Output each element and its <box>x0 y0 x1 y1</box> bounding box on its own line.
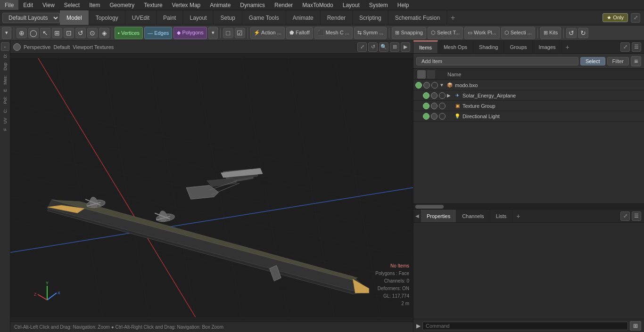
layout-dropdown[interactable]: Default Layouts <box>2 13 60 23</box>
tree-eye2-root[interactable] <box>423 82 430 89</box>
tab-items[interactable]: Items <box>413 40 438 53</box>
vp-reset-btn[interactable]: ↺ <box>368 42 378 52</box>
tab-uvedit[interactable]: UVEdit <box>125 10 157 25</box>
tree-eye-light[interactable] <box>423 113 429 120</box>
tree-row-airplane[interactable]: ▶ ✈ Solar_Energy_Airplane <box>413 90 644 101</box>
tree-eye2-airplane[interactable] <box>431 92 438 99</box>
tab-model[interactable]: Model <box>60 10 89 25</box>
command-run-btn[interactable]: ⊞ <box>630 321 641 331</box>
left-label-UV[interactable]: UV <box>3 116 8 126</box>
expand-root[interactable]: ▼ <box>439 82 446 88</box>
left-label-D[interactable]: D: <box>3 52 8 60</box>
tab-lists[interactable]: Lists <box>490 210 513 222</box>
vertices-btn[interactable]: ▪ Vertices <box>115 27 143 39</box>
viewport-dot-btn[interactable] <box>13 43 21 51</box>
mesh-btn[interactable]: ⬛ Mesh C ... <box>314 27 353 39</box>
tab-topology[interactable]: Topology <box>89 10 125 25</box>
layout-expand-btn[interactable]: ⤢ <box>631 13 640 23</box>
tree-eye-airplane[interactable] <box>423 92 429 99</box>
menu-animate[interactable]: Animate <box>205 0 235 10</box>
tree-eye3-root[interactable] <box>431 82 438 89</box>
viewport-camera[interactable]: Perspective <box>24 44 50 50</box>
left-btn-1[interactable]: • <box>1 42 9 51</box>
tree-row-texture[interactable]: ▣ Texture Group <box>413 101 644 111</box>
props-tab-add[interactable]: + <box>512 212 524 220</box>
tab-channels[interactable]: Channels <box>456 210 490 222</box>
items-collapse-btn[interactable]: ☰ <box>632 42 641 52</box>
tree-row-light[interactable]: 💡 Directional Light <box>413 111 644 121</box>
menu-texture[interactable]: Texture <box>139 0 167 10</box>
filter-button[interactable]: Filter <box>607 57 629 65</box>
circle-btn[interactable]: ◯ <box>28 28 39 38</box>
props-collapse-icon[interactable]: ◀ <box>413 213 421 219</box>
menu-select[interactable]: Select <box>59 0 84 10</box>
tab-layout[interactable]: Layout <box>183 10 214 25</box>
select-arrow-btn[interactable]: ↖ <box>40 28 50 38</box>
target-btn[interactable]: ⊙ <box>87 28 98 38</box>
items-tree[interactable]: ▼ 📦 modo.bxo ▶ ✈ Solar_Energy_Airplane <box>413 80 644 203</box>
items-settings-btn[interactable]: ≡ <box>631 56 641 66</box>
left-label-Pol[interactable]: Pol: <box>3 95 8 106</box>
menu-edit[interactable]: Edit <box>18 0 38 10</box>
menu-vertex-map[interactable]: Vertex Map <box>167 0 206 10</box>
undo-btn[interactable]: ↺ <box>566 28 577 38</box>
tab-animate[interactable]: Animate <box>286 10 321 25</box>
items-expand-btn[interactable]: ⤢ <box>620 42 630 52</box>
tree-eye-texture[interactable] <box>423 103 429 109</box>
poly-dropdown-btn[interactable]: ▾ <box>208 27 218 39</box>
tab-properties[interactable]: Properties <box>421 210 456 222</box>
left-label-F[interactable]: F <box>3 126 8 133</box>
tree-eye2-texture[interactable] <box>431 103 438 109</box>
layout-tab-add[interactable]: + <box>447 14 459 22</box>
tab-game-tools[interactable]: Game Tools <box>242 10 286 25</box>
check-btn[interactable]: ☑ <box>235 28 245 38</box>
action-btn[interactable]: ⚡ Action ... <box>250 27 285 39</box>
menu-view[interactable]: View <box>38 0 59 10</box>
add-item-button[interactable]: Add Item <box>416 57 578 65</box>
menu-dynamics[interactable]: Dynamics <box>235 0 270 10</box>
items-tab-add[interactable]: + <box>562 43 573 51</box>
grid-btn[interactable]: ⊞ <box>52 28 62 38</box>
props-options-btn[interactable]: ☰ <box>632 211 641 221</box>
menu-maxtomodo[interactable]: MaxToModo <box>297 0 338 10</box>
rotate-btn[interactable]: ↺ <box>75 28 86 38</box>
selection-btn[interactable]: ⬡ Selecti ... <box>501 27 535 39</box>
left-label-C[interactable]: C: <box>3 107 8 115</box>
left-label-Mes[interactable]: Mes: <box>3 73 8 87</box>
props-expand-btn[interactable]: ⤢ <box>620 211 630 221</box>
tab-scripting[interactable]: Scripting <box>353 10 388 25</box>
falloff-btn[interactable]: ⬟ Falloff <box>286 27 313 39</box>
command-input[interactable] <box>422 322 628 330</box>
globe-btn[interactable]: ⊕ <box>17 28 27 38</box>
expand-airplane[interactable]: ▶ <box>447 93 454 98</box>
select-tool-btn[interactable]: ⬡ Select T... <box>428 27 463 39</box>
viewport-textures[interactable]: Viewport Textures <box>73 44 114 50</box>
grid2-btn[interactable]: ⊡ <box>64 28 74 38</box>
menu-help[interactable]: Help <box>393 0 414 10</box>
tab-mesh-ops[interactable]: Mesh Ops <box>438 40 473 53</box>
work-plane-btn[interactable]: ▭ Work Pl... <box>464 27 500 39</box>
tree-eye3-texture[interactable] <box>439 103 446 109</box>
tab-images[interactable]: Images <box>533 40 562 53</box>
viewport-canvas[interactable]: No Items Polygons : Face Channels: 0 Def… <box>10 54 413 322</box>
snapping-btn[interactable]: ⊞ Snapping <box>392 27 426 39</box>
polygons-btn[interactable]: ◆ Polygons <box>173 27 206 39</box>
tree-row-root[interactable]: ▼ 📦 modo.bxo <box>413 80 644 90</box>
vp-play-btn[interactable]: ▶ <box>401 42 410 52</box>
tab-setup[interactable]: Setup <box>214 10 242 25</box>
tab-groups[interactable]: Groups <box>504 40 533 53</box>
menu-geometry[interactable]: Geometry <box>105 0 140 10</box>
vp-grid-btn[interactable]: ⊞ <box>390 42 399 52</box>
vp-zoom-btn[interactable]: 🔍 <box>379 42 388 52</box>
viewport-shading[interactable]: Default <box>53 44 70 50</box>
tab-paint[interactable]: Paint <box>157 10 183 25</box>
star-only-button[interactable]: ★ Only <box>603 13 628 22</box>
tab-render[interactable]: Render <box>321 10 353 25</box>
tree-eye3-light[interactable] <box>439 113 446 120</box>
mode-dropdown-btn[interactable]: ▾ <box>2 27 11 39</box>
menu-render[interactable]: Render <box>270 0 297 10</box>
tree-eye3-airplane[interactable] <box>439 92 446 99</box>
kits-btn[interactable]: ⊞ Kits <box>540 27 561 39</box>
menu-layout[interactable]: Layout <box>338 0 364 10</box>
h-scrollbar-thumb[interactable] <box>415 205 444 209</box>
